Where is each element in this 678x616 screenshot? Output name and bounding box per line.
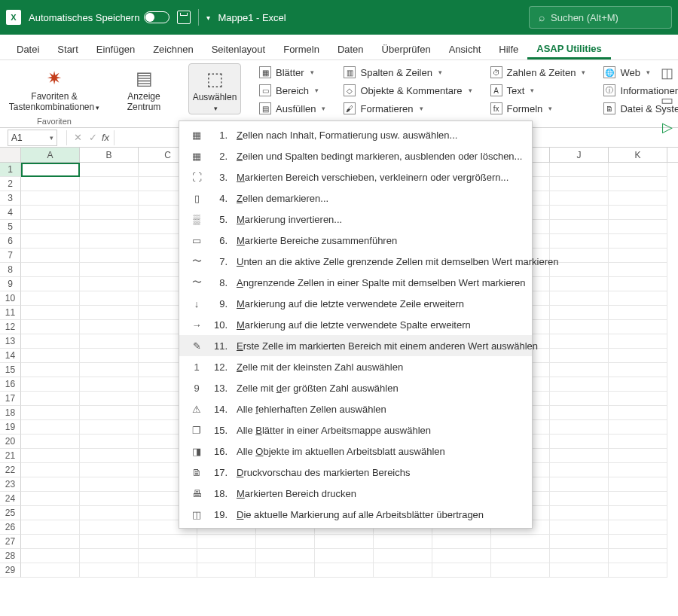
autosave-toggle[interactable]: Automatisches Speichern bbox=[29, 11, 170, 23]
menu-item-2[interactable]: ▦2.Zeilen und Spalten bedingt markieren,… bbox=[179, 145, 532, 166]
qat-customize-icon[interactable]: ▾ bbox=[206, 14, 210, 22]
cell[interactable] bbox=[550, 449, 609, 463]
cell[interactable] bbox=[609, 220, 667, 234]
ribbon-spalten-zeilen-button[interactable]: ▥Spalten & Zeilen▾ bbox=[339, 65, 476, 80]
row-header[interactable]: 18 bbox=[0, 406, 21, 420]
cell[interactable] bbox=[550, 406, 609, 420]
menu-item-13[interactable]: 913.Zelle mit der größten Zahl auswählen bbox=[179, 377, 532, 398]
row-header[interactable]: 28 bbox=[0, 549, 21, 563]
ribbon-objekte-kommentare-button[interactable]: ◇Objekte & Kommentare▾ bbox=[339, 83, 476, 98]
chevron-down-icon[interactable]: ▾ bbox=[50, 134, 53, 142]
cell[interactable] bbox=[80, 392, 139, 406]
menu-item-3[interactable]: ⛶3.Markierten Bereich verschieben, verkl… bbox=[179, 166, 532, 188]
cell[interactable] bbox=[80, 363, 139, 377]
cell[interactable] bbox=[21, 549, 80, 563]
cell[interactable] bbox=[80, 477, 139, 492]
cell[interactable] bbox=[550, 420, 609, 435]
tab-überprüfen[interactable]: Überprüfen bbox=[373, 39, 440, 59]
cell[interactable] bbox=[21, 163, 80, 177]
row-header[interactable]: 12 bbox=[0, 320, 21, 334]
cell[interactable] bbox=[374, 535, 432, 549]
cell[interactable] bbox=[315, 563, 374, 578]
cell[interactable] bbox=[21, 206, 80, 220]
cell[interactable] bbox=[550, 549, 609, 563]
cell[interactable] bbox=[197, 563, 256, 578]
cell[interactable] bbox=[550, 177, 609, 191]
menu-item-11[interactable]: ✎11.Erste Zelle im markierten Bereich mi… bbox=[179, 335, 532, 356]
column-header[interactable]: J bbox=[550, 148, 609, 162]
cell[interactable] bbox=[80, 206, 139, 220]
cell[interactable] bbox=[21, 506, 80, 520]
cell[interactable] bbox=[609, 349, 667, 363]
row-header[interactable]: 5 bbox=[0, 220, 21, 234]
cell[interactable] bbox=[80, 449, 139, 463]
cell[interactable] bbox=[21, 520, 80, 535]
row-header[interactable]: 19 bbox=[0, 420, 21, 435]
menu-item-7[interactable]: 〜7.Unten an die aktive Zelle grenzende Z… bbox=[179, 251, 532, 272]
cell[interactable] bbox=[21, 277, 80, 291]
cell[interactable] bbox=[550, 492, 609, 506]
cell[interactable] bbox=[80, 263, 139, 277]
cell[interactable] bbox=[80, 563, 139, 578]
tab-datei[interactable]: Datei bbox=[8, 39, 48, 59]
menu-item-4[interactable]: ▯4.Zellen demarkieren... bbox=[179, 188, 532, 209]
cell[interactable] bbox=[550, 477, 609, 492]
cell[interactable] bbox=[550, 392, 609, 406]
column-header[interactable]: K bbox=[609, 148, 667, 162]
cell[interactable] bbox=[21, 392, 80, 406]
cell[interactable] bbox=[80, 320, 139, 334]
cell[interactable] bbox=[80, 349, 139, 363]
cell[interactable] bbox=[609, 435, 667, 449]
ribbon-bl-tter-button[interactable]: ▦Blätter▾ bbox=[255, 65, 330, 80]
tab-ansicht[interactable]: Ansicht bbox=[440, 39, 490, 59]
cell[interactable] bbox=[315, 535, 374, 549]
cell[interactable] bbox=[21, 492, 80, 506]
cell[interactable] bbox=[139, 535, 197, 549]
menu-item-12[interactable]: 112.Zelle mit der kleinsten Zahl auswähl… bbox=[179, 356, 532, 377]
cell[interactable] bbox=[609, 249, 667, 263]
menu-item-10[interactable]: →10.Markierung auf die letzte verwendete… bbox=[179, 314, 532, 335]
row-header[interactable]: 15 bbox=[0, 363, 21, 377]
cell[interactable] bbox=[197, 535, 256, 549]
cell[interactable] bbox=[21, 449, 80, 463]
cell[interactable] bbox=[609, 191, 667, 206]
cell[interactable] bbox=[80, 506, 139, 520]
tab-asap-utilities[interactable]: ASAP Utilities bbox=[527, 38, 610, 59]
cell[interactable] bbox=[609, 234, 667, 249]
cell[interactable] bbox=[139, 563, 197, 578]
cell[interactable] bbox=[550, 435, 609, 449]
ribbon-formeln-button[interactable]: fxFormeln▾ bbox=[486, 101, 591, 116]
cell[interactable] bbox=[80, 420, 139, 435]
ribbon-zahlen-zeiten-button[interactable]: ⏱Zahlen & Zeiten▾ bbox=[486, 65, 591, 80]
cell[interactable] bbox=[609, 277, 667, 291]
cell[interactable] bbox=[550, 220, 609, 234]
cell[interactable] bbox=[256, 535, 315, 549]
name-box[interactable]: A1 ▾ bbox=[8, 130, 57, 146]
cell[interactable] bbox=[550, 206, 609, 220]
menu-item-5[interactable]: ▒5.Markierung invertieren... bbox=[179, 209, 532, 230]
cell[interactable] bbox=[550, 463, 609, 477]
cell[interactable] bbox=[21, 320, 80, 334]
row-header[interactable]: 24 bbox=[0, 492, 21, 506]
menu-item-9[interactable]: ↓9.Markierung auf die letzte verwendete … bbox=[179, 293, 532, 314]
tab-start[interactable]: Start bbox=[48, 39, 87, 59]
row-header[interactable]: 1 bbox=[0, 163, 21, 177]
anzeige-zentrum-button[interactable]: ▤ Anzeige Zentrum bbox=[118, 63, 170, 113]
tab-seitenlayout[interactable]: Seitenlayout bbox=[203, 39, 275, 59]
cell[interactable] bbox=[21, 420, 80, 435]
cell[interactable] bbox=[21, 191, 80, 206]
cell[interactable] bbox=[609, 334, 667, 349]
cell[interactable] bbox=[21, 177, 80, 191]
cell[interactable] bbox=[80, 492, 139, 506]
tab-formeln[interactable]: Formeln bbox=[274, 39, 328, 59]
cell[interactable] bbox=[80, 277, 139, 291]
row-header[interactable]: 4 bbox=[0, 206, 21, 220]
cell[interactable] bbox=[21, 535, 80, 549]
cell[interactable] bbox=[609, 463, 667, 477]
cell[interactable] bbox=[21, 463, 80, 477]
menu-item-14[interactable]: ⚠14.Alle fehlerhaften Zellen auswählen bbox=[179, 398, 532, 419]
ribbon-ausf-llen-button[interactable]: ▤Ausfüllen▾ bbox=[255, 101, 330, 116]
menu-item-1[interactable]: ▦1.Zellen nach Inhalt, Formatierung usw.… bbox=[179, 124, 532, 145]
cell[interactable] bbox=[609, 506, 667, 520]
cell[interactable] bbox=[550, 334, 609, 349]
